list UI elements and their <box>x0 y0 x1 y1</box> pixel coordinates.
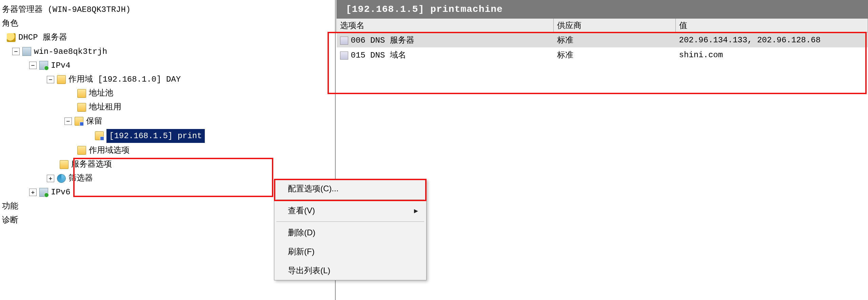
options-header-row: 选项名 供应商 值 <box>337 19 868 33</box>
addr-pool-label: 地址池 <box>89 87 113 100</box>
addr-lease-label: 地址租用 <box>89 101 121 113</box>
options-table: 选项名 供应商 值 006 DNS 服务器 标准 202.96.134.133,… <box>336 19 868 62</box>
diagnostics-label: 诊断 <box>2 214 18 227</box>
reservation-item-row[interactable]: [192.168.1.5] print <box>0 128 335 144</box>
reservation-row[interactable]: − 保留 <box>0 114 335 128</box>
roles-row[interactable]: 角色 <box>0 17 335 30</box>
addr-lease-icon <box>77 103 86 112</box>
ctx-configure-options[interactable]: 配置选项(C)... <box>274 179 426 198</box>
cell-value: 202.96.134.133, 202.96.128.68 <box>676 33 868 48</box>
dhcp-label: DHCP 服务器 <box>18 31 67 44</box>
ctx-separator <box>276 199 424 200</box>
context-menu: 配置选项(C)... 查看(V) ▶ 删除(D) 刷新(F) 导出列表(L) <box>274 179 427 280</box>
expander-reservation[interactable]: − <box>64 117 72 125</box>
cell-vendor: 标准 <box>554 47 676 62</box>
table-row[interactable]: 015 DNS 域名 标准 shini.com <box>337 47 868 62</box>
server-options-icon <box>60 160 68 169</box>
col-vendor[interactable]: 供应商 <box>554 19 676 33</box>
cell-name: 015 DNS 域名 <box>351 51 406 60</box>
ctx-separator <box>276 221 424 222</box>
server-options-label: 服务器选项 <box>71 158 112 171</box>
ctx-export-label: 导出列表(L) <box>288 265 330 276</box>
reservation-icon <box>75 117 83 126</box>
host-row[interactable]: − win-9ae8qk3trjh <box>0 45 335 59</box>
col-value[interactable]: 值 <box>676 19 868 33</box>
scope-row[interactable]: − 作用域 [192.168.1.0] DAY <box>0 72 335 86</box>
cell-value: shini.com <box>676 47 868 62</box>
option-icon <box>340 51 348 60</box>
addr-pool-icon <box>77 89 86 98</box>
expander-host[interactable]: − <box>12 48 20 55</box>
ctx-configure-label: 配置选项(C)... <box>288 183 338 194</box>
expander-ipv6[interactable]: + <box>29 189 37 196</box>
ctx-delete-label: 删除(D) <box>288 227 315 238</box>
table-row[interactable]: 006 DNS 服务器 标准 202.96.134.133, 202.96.12… <box>337 33 868 48</box>
ctx-export-list[interactable]: 导出列表(L) <box>274 261 426 280</box>
roles-label: 角色 <box>2 17 18 30</box>
server-icon <box>22 47 31 56</box>
ipv4-row[interactable]: − IPv4 <box>0 59 335 72</box>
details-header: [192.168.1.5] printmachine <box>336 0 868 19</box>
ctx-view[interactable]: 查看(V) ▶ <box>274 201 426 220</box>
server-options-row[interactable]: 服务器选项 <box>0 157 335 171</box>
expander-filters[interactable]: + <box>47 175 54 182</box>
ipv4-label: IPv4 <box>51 59 71 72</box>
window-title: 务器管理器 (WIN-9AE8QK3TRJH) <box>2 3 131 16</box>
addr-pool-row[interactable]: 地址池 <box>0 86 335 100</box>
window-title-row: 务器管理器 (WIN-9AE8QK3TRJH) <box>0 3 335 17</box>
scope-options-icon <box>77 146 86 155</box>
host-label: win-9ae8qk3trjh <box>34 45 107 58</box>
filter-icon <box>57 174 66 183</box>
scope-icon <box>57 75 66 84</box>
ipv6-label: IPv6 <box>51 186 71 198</box>
ctx-view-label: 查看(V) <box>288 205 315 216</box>
features-label: 功能 <box>2 200 18 213</box>
ipv4-icon <box>39 61 48 70</box>
ctx-delete[interactable]: 删除(D) <box>274 223 426 242</box>
reservation-item-label: [192.168.1.5] print <box>106 129 205 143</box>
scope-options-row[interactable]: 作用域选项 <box>0 144 335 157</box>
expander-scope[interactable]: − <box>47 76 54 83</box>
scope-label: 作用域 [192.168.1.0] DAY <box>68 73 181 86</box>
cell-vendor: 标准 <box>554 33 676 48</box>
expander-ipv4[interactable]: − <box>29 62 37 69</box>
scope-options-label: 作用域选项 <box>89 144 130 157</box>
cell-name: 006 DNS 服务器 <box>351 36 414 45</box>
reservation-item-icon <box>95 131 104 140</box>
ctx-refresh[interactable]: 刷新(F) <box>274 242 426 261</box>
filters-label: 筛选器 <box>68 172 93 185</box>
submenu-arrow-icon: ▶ <box>414 207 418 215</box>
ctx-refresh-label: 刷新(F) <box>288 246 315 257</box>
addr-lease-row[interactable]: 地址租用 <box>0 100 335 114</box>
dhcp-row[interactable]: DHCP 服务器 <box>0 30 335 44</box>
col-name[interactable]: 选项名 <box>337 19 554 33</box>
ipv6-icon <box>39 188 48 197</box>
reservation-label: 保留 <box>86 115 102 128</box>
dhcp-icon <box>7 33 16 42</box>
option-icon <box>340 37 348 45</box>
